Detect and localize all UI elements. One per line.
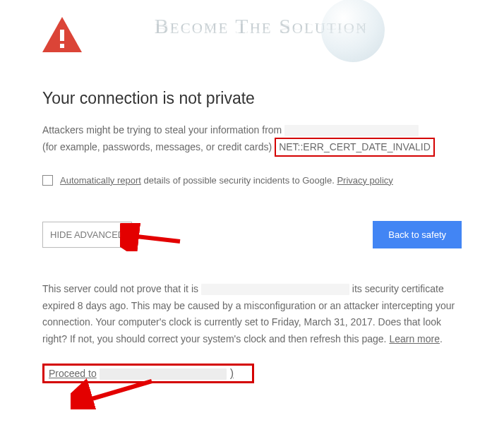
- back-to-safety-button[interactable]: Back to safety: [373, 221, 462, 248]
- warning-text-1: Attackers might be trying to steal your …: [42, 124, 282, 136]
- redacted-hostname: [284, 125, 419, 136]
- svg-line-6: [85, 381, 152, 401]
- redacted-hostname-2: [201, 284, 349, 295]
- page-title: Your connection is not private: [42, 89, 462, 108]
- warning-description: Attackers might be trying to steal your …: [42, 122, 462, 157]
- proceed-link-row: Proceed to ): [42, 364, 254, 383]
- redacted-hostname-3: [100, 368, 227, 380]
- auto-report-link[interactable]: Automatically report: [60, 175, 141, 186]
- advanced-text-1: This server could not prove that it is: [42, 283, 201, 294]
- advanced-details: This server could not prove that it is i…: [42, 281, 462, 348]
- privacy-policy-link[interactable]: Privacy policy: [337, 175, 392, 186]
- auto-report-row: Automatically report details of possible…: [42, 175, 462, 186]
- warning-text-2: (for example, passwords, messages, or cr…: [42, 141, 272, 152]
- warning-triangle-icon: [42, 17, 462, 55]
- proceed-anyway-link[interactable]: Proceed to: [49, 368, 97, 379]
- auto-report-text: details of possible security incidents t…: [141, 175, 337, 186]
- learn-more-link[interactable]: Learn more: [389, 333, 440, 344]
- auto-report-checkbox[interactable]: [42, 175, 53, 186]
- ssl-error-page: Your connection is not private Attackers…: [0, 0, 504, 383]
- proceed-text: Proceed to: [49, 368, 97, 379]
- hide-advanced-button[interactable]: HIDE ADVANCED: [42, 222, 132, 248]
- svg-rect-2: [60, 44, 64, 48]
- auto-report-label: Automatically report details of possible…: [60, 175, 393, 186]
- button-row: HIDE ADVANCED Back to safety: [42, 221, 462, 248]
- svg-rect-1: [60, 30, 64, 41]
- proceed-suffix: ): [230, 367, 234, 379]
- error-code-badge: NET::ERR_CERT_DATE_INVALID: [275, 138, 435, 156]
